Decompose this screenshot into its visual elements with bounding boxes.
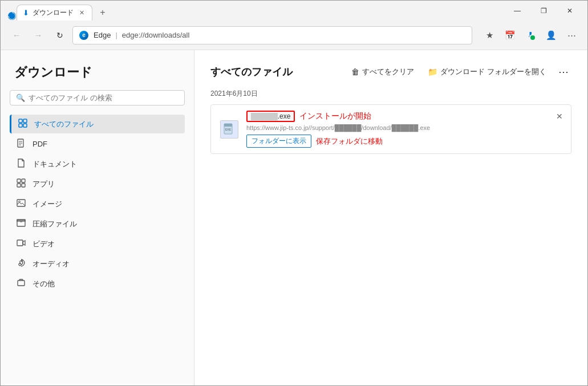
sidebar-title: ダウンロード <box>10 64 185 81</box>
sidebar-nav: すべてのファイル PDF <box>10 115 185 293</box>
sidebar-item-pdf[interactable]: PDF <box>10 135 185 153</box>
open-folder-icon: 📁 <box>428 67 437 76</box>
search-box[interactable]: 🔍 <box>10 90 185 105</box>
profile-icon[interactable]: 👤 <box>542 26 560 44</box>
svg-rect-3 <box>19 124 22 127</box>
download-url: https://www.jip-ts.co.jp//support/██████… <box>246 124 563 131</box>
save-folder-label: 保存フォルダに移動 <box>316 136 383 147</box>
audio-icon <box>15 258 27 269</box>
exe-icon: EXE <box>220 120 238 139</box>
svg-point-0 <box>8 12 16 20</box>
sidebar-item-all-label: すべてのファイル <box>34 119 94 129</box>
main-header: すべてのファイル 🗑 すべてをクリア 📁 ダウンロード フォルダーを開く ⋯ <box>210 64 571 80</box>
svg-rect-12 <box>22 184 25 187</box>
video-icon <box>15 238 27 249</box>
image-icon <box>15 198 27 209</box>
clear-all-label: すべてをクリア <box>362 67 414 77</box>
app-icon <box>15 178 27 189</box>
sidebar-item-image-label: イメージ <box>33 199 62 209</box>
main-panel: すべてのファイル 🗑 すべてをクリア 📁 ダウンロード フォルダーを開く ⋯ 2… <box>194 50 587 385</box>
svg-text:EXE: EXE <box>225 128 232 131</box>
minimize-button[interactable]: — <box>504 1 530 21</box>
sidebar-item-video-label: ビデオ <box>33 239 55 249</box>
sidebar-item-all[interactable]: すべてのファイル <box>10 115 185 133</box>
sidebar-item-audio-label: オーディオ <box>33 259 70 269</box>
svg-rect-23 <box>18 281 25 286</box>
download-item: EXE ██████.exe インストールが開始 https://www.jip… <box>210 104 571 154</box>
toolbar-icons: ★ 📅 ⬇ 👤 ⋯ <box>480 26 581 44</box>
content-area: ダウンロード 🔍 すべてのファイル <box>1 50 587 385</box>
other-icon <box>15 278 27 289</box>
sidebar-item-other-label: その他 <box>33 279 55 289</box>
action-row: フォルダーに表示 保存フォルダに移動 <box>246 135 563 148</box>
svg-rect-13 <box>17 200 25 206</box>
maximize-button[interactable]: ❐ <box>530 1 557 21</box>
filename-row: ██████.exe インストールが開始 <box>246 111 563 122</box>
back-button[interactable]: ← <box>7 26 26 44</box>
show-in-folder-button[interactable]: フォルダーに表示 <box>246 135 311 148</box>
open-folder-button[interactable]: 📁 ダウンロード フォルダーを開く <box>423 64 551 79</box>
download-info: ██████.exe インストールが開始 https://www.jip-ts.… <box>246 111 563 148</box>
sidebar-item-app-label: アプリ <box>33 179 55 189</box>
sidebar-item-pdf-label: PDF <box>33 140 47 148</box>
titlebar: ⬇ ダウンロード ✕ + — ❐ ✕ <box>1 1 587 21</box>
sidebar-item-app[interactable]: アプリ <box>10 174 185 193</box>
archive-icon <box>15 218 27 229</box>
clear-all-button[interactable]: 🗑 すべてをクリア <box>347 64 419 79</box>
svg-rect-4 <box>23 124 27 127</box>
tab-title: ダウンロード <box>33 8 74 18</box>
url-text: https://www.jip-ts.co.jp//support/██████… <box>246 124 430 131</box>
sidebar-item-image[interactable]: イメージ <box>10 194 185 213</box>
tab-area: ⬇ ダウンロード ✕ + <box>5 1 504 21</box>
open-folder-label: ダウンロード フォルダーを開く <box>440 67 546 77</box>
edge-logo-icon: e <box>79 30 89 40</box>
download-icon[interactable]: ⬇ <box>521 26 540 44</box>
file-icon: EXE <box>219 119 240 140</box>
favorites-icon[interactable]: ★ <box>480 26 498 44</box>
active-tab[interactable]: ⬇ ダウンロード ✕ <box>17 5 92 21</box>
search-icon: 🔍 <box>16 94 25 102</box>
date-label: 2021年6月10日 <box>210 89 571 99</box>
tab-download-icon: ⬇ <box>23 9 29 17</box>
exe-suffix: .exe <box>278 112 291 120</box>
addressbar: ← → ↻ e Edge | edge://downloads/all ★ 📅 … <box>1 21 587 50</box>
collections-icon[interactable]: 📅 <box>501 26 519 44</box>
install-started-label: インストールが開始 <box>299 111 371 121</box>
main-panel-title: すべてのファイル <box>210 65 347 79</box>
svg-rect-1 <box>19 119 22 123</box>
sidebar-item-document[interactable]: ドキュメント <box>10 155 185 173</box>
edge-label: Edge <box>94 31 111 39</box>
filename-box: ██████.exe <box>246 111 295 122</box>
document-icon <box>15 159 27 169</box>
refresh-button[interactable]: ↻ <box>51 26 69 44</box>
search-input[interactable] <box>29 94 179 102</box>
header-actions: 🗑 すべてをクリア 📁 ダウンロード フォルダーを開く ⋯ <box>347 64 571 80</box>
forward-button[interactable]: → <box>29 26 47 44</box>
trash-icon: 🗑 <box>351 67 359 76</box>
sidebar-item-video[interactable]: ビデオ <box>10 234 185 253</box>
sidebar-item-document-label: ドキュメント <box>33 159 77 169</box>
settings-more-icon[interactable]: ⋯ <box>562 26 581 44</box>
address-url: edge://downloads/all <box>122 31 190 39</box>
sidebar-item-other[interactable]: その他 <box>10 274 185 293</box>
sidebar-item-archive-label: 圧縮ファイル <box>33 219 77 229</box>
sidebar: ダウンロード 🔍 すべてのファイル <box>1 50 194 385</box>
svg-rect-18 <box>17 240 23 246</box>
new-tab-button[interactable]: + <box>95 5 111 21</box>
more-options-button[interactable]: ⋯ <box>555 64 571 80</box>
pdf-icon <box>15 139 27 149</box>
filename-blur: ██████ <box>251 113 278 120</box>
item-close-button[interactable]: ✕ <box>554 111 565 122</box>
browser-window: ⬇ ダウンロード ✕ + — ❐ ✕ ← → ↻ e Edge | edge:/… <box>0 0 588 386</box>
svg-rect-11 <box>17 184 21 187</box>
svg-rect-10 <box>22 179 25 182</box>
svg-rect-25 <box>224 124 232 127</box>
sidebar-item-archive[interactable]: 圧縮ファイル <box>10 214 185 233</box>
address-bar[interactable]: e Edge | edge://downloads/all <box>72 26 472 44</box>
svg-point-19 <box>19 263 21 266</box>
edge-icon: e <box>79 31 88 40</box>
close-button[interactable]: ✕ <box>557 1 583 21</box>
svg-rect-9 <box>17 179 21 182</box>
tab-close-button[interactable]: ✕ <box>77 9 86 18</box>
sidebar-item-audio[interactable]: オーディオ <box>10 254 185 273</box>
